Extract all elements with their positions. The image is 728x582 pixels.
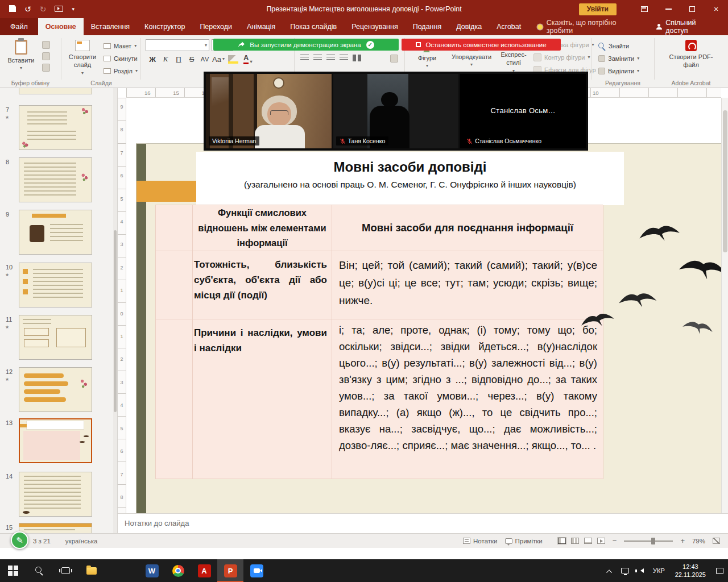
keyboard-language[interactable]: УКР	[648, 559, 669, 582]
zoom-slider-thumb[interactable]	[651, 538, 655, 544]
comments-toggle[interactable]: Примітки	[505, 538, 543, 544]
zoom-slider[interactable]	[624, 541, 673, 542]
strikethrough-button[interactable]: S	[186, 53, 197, 65]
slide-thumbnail-8[interactable]	[19, 157, 92, 202]
slide-thumbnail-9[interactable]	[19, 210, 92, 255]
vertical-scrollbar[interactable]	[721, 98, 728, 513]
char-spacing-button[interactable]: АV	[199, 53, 210, 65]
participant-video-stanislav[interactable]: Станіслав Осьм… Станіслав Осьмачченко	[460, 74, 586, 148]
slide-title-box[interactable]: Мовні засоби доповіді (узагальнено на ос…	[196, 152, 624, 205]
slide-sorter-view-button[interactable]	[571, 538, 579, 544]
notes-pane[interactable]: Нотатки до слайда	[118, 513, 728, 533]
powerpoint-button-active[interactable]: P	[217, 559, 243, 582]
slide-thumbnail-7[interactable]	[19, 105, 92, 150]
change-case-button[interactable]: Аа▾	[212, 53, 225, 65]
format-painter-icon[interactable]	[42, 64, 50, 72]
action-center-button[interactable]	[712, 559, 728, 582]
tab-acrobat[interactable]: Acrobat	[489, 18, 528, 35]
slide-thumbnail-11[interactable]	[19, 315, 92, 360]
slide-thumbnail-14[interactable]	[19, 472, 92, 517]
tab-file[interactable]: Файл	[0, 18, 38, 35]
volume-tray-icon[interactable]	[634, 559, 648, 582]
tab-view[interactable]: Подання	[406, 18, 449, 35]
slideshow-button[interactable]	[597, 538, 605, 544]
columns-icon[interactable]	[353, 55, 361, 61]
reset-button[interactable]: Скинути	[104, 53, 138, 64]
minimize-icon[interactable]	[656, 0, 680, 18]
table-header-means[interactable]: Мовні засоби для поєднання інформації	[332, 205, 603, 251]
slide-thumbnail-15[interactable]	[19, 523, 92, 533]
start-button[interactable]	[0, 559, 26, 582]
file-explorer-button[interactable]	[78, 559, 105, 582]
underline-button[interactable]: П	[173, 53, 184, 65]
table-row2-means[interactable]: і; та; але; проте, однак; (і) тому; тому…	[332, 319, 603, 479]
close-icon[interactable]: ×	[704, 0, 728, 18]
save-icon[interactable]	[9, 4, 16, 14]
tray-expand-chevron[interactable]	[603, 559, 617, 582]
restore-icon[interactable]	[680, 0, 704, 18]
qat-customize-icon[interactable]: ▾	[72, 7, 75, 12]
stop-sharing-button[interactable]: Остановить совместное использование	[402, 39, 561, 51]
network-tray-icon[interactable]	[617, 559, 634, 582]
align-right-icon[interactable]	[326, 55, 335, 61]
acrobat-button[interactable]: A	[191, 559, 217, 582]
new-slide-button[interactable]: Створити слайд ▾	[65, 38, 100, 81]
align-left-icon[interactable]	[300, 55, 309, 61]
table-row1-function[interactable]: Тотожність, близькість суб'єкта, об'єкта…	[193, 251, 332, 319]
tellme-box[interactable]: Скажіть, що потрібно зробити	[532, 18, 646, 35]
normal-view-button[interactable]	[558, 538, 566, 544]
italic-button[interactable]: К	[160, 53, 171, 65]
taskbar-clock[interactable]: 12:43 22.11.2025	[669, 559, 712, 582]
slide-canvas[interactable]: Мовні засоби доповіді (узагальнено на ос…	[136, 144, 721, 513]
layout-button[interactable]: Макет▾	[104, 41, 136, 51]
start-presentation-icon[interactable]	[55, 4, 63, 14]
slide-thumbnail-10[interactable]	[19, 263, 92, 307]
shape-outline-button[interactable]: Контур фігури▾	[533, 53, 590, 61]
create-pdf-button[interactable]: Створити PDF-файл	[664, 38, 718, 81]
tab-insert[interactable]: Вставлення	[84, 18, 137, 35]
find-button[interactable]: Знайти	[598, 41, 629, 51]
zoom-percentage[interactable]: 79%	[692, 538, 705, 544]
taskbar-search-button[interactable]	[26, 559, 52, 582]
tab-review[interactable]: Рецензування	[344, 18, 405, 35]
participant-video-tania[interactable]: Таня Косенко	[333, 74, 459, 148]
section-button[interactable]: Розділ▾	[104, 66, 138, 76]
vertical-ruler[interactable]: 9 8 7 6 5 4 3 2 1 0 1 2 3 4 5 6 7 8 9	[118, 98, 126, 513]
tab-design[interactable]: Конструктор	[137, 18, 192, 35]
panel-scrollbar[interactable]	[113, 88, 117, 533]
fit-to-window-icon[interactable]	[713, 538, 720, 544]
copy-icon[interactable]	[42, 52, 50, 60]
participant-video-viktoriia[interactable]: Viktoriia Herman	[206, 74, 332, 148]
tab-transitions[interactable]: Переходи	[192, 18, 239, 35]
chrome-button[interactable]	[165, 559, 191, 582]
table-row1-means[interactable]: Він; цей; той (самий); такий (самий); та…	[332, 251, 603, 319]
align-center-icon[interactable]	[313, 55, 322, 61]
undo-icon[interactable]: ↺	[24, 5, 31, 13]
bold-button[interactable]: Ж	[147, 53, 158, 65]
share-button[interactable]: Спільний доступ	[646, 18, 728, 35]
tab-animations[interactable]: Анімація	[239, 18, 283, 35]
reading-view-button[interactable]	[584, 538, 592, 544]
justify-icon[interactable]	[340, 55, 348, 61]
ribbon-display-options-icon[interactable]	[632, 0, 656, 18]
zoom-annotate-pen-button[interactable]: ✎	[11, 531, 28, 549]
slide-thumbnail-12[interactable]	[19, 367, 92, 412]
slide-thumbnail-6-partial[interactable]	[19, 88, 92, 94]
table-row2-function[interactable]: Причини і наслідки, умови і наслідки	[193, 319, 332, 479]
language-indicator[interactable]: українська	[65, 538, 98, 544]
font-color-button[interactable]: А▾	[242, 54, 254, 64]
signin-button[interactable]: Увійти	[579, 3, 617, 15]
slide-title[interactable]: Мовні засоби доповіді	[196, 159, 624, 175]
slide-table[interactable]: Функції смислових відношень між елемента…	[155, 205, 603, 479]
select-button[interactable]: Виділити▾	[598, 66, 639, 76]
slide-thumbnail-13-selected[interactable]	[19, 418, 92, 463]
notes-placeholder[interactable]: Нотатки до слайда	[125, 519, 189, 527]
scrollbar-thumb[interactable]	[723, 110, 727, 252]
zoom-app-button[interactable]	[243, 559, 270, 582]
text-direction-icon[interactable]	[390, 55, 398, 63]
slide-subtitle[interactable]: (узагальнено на основі праць О. М. Семен…	[196, 180, 624, 190]
replace-button[interactable]: Замінити▾	[598, 53, 639, 64]
notes-toggle[interactable]: Нотатки	[463, 538, 497, 544]
paste-button[interactable]: Вставити ▾	[5, 38, 38, 81]
table-header-functions[interactable]: Функції смислових відношень між елемента…	[193, 205, 332, 251]
